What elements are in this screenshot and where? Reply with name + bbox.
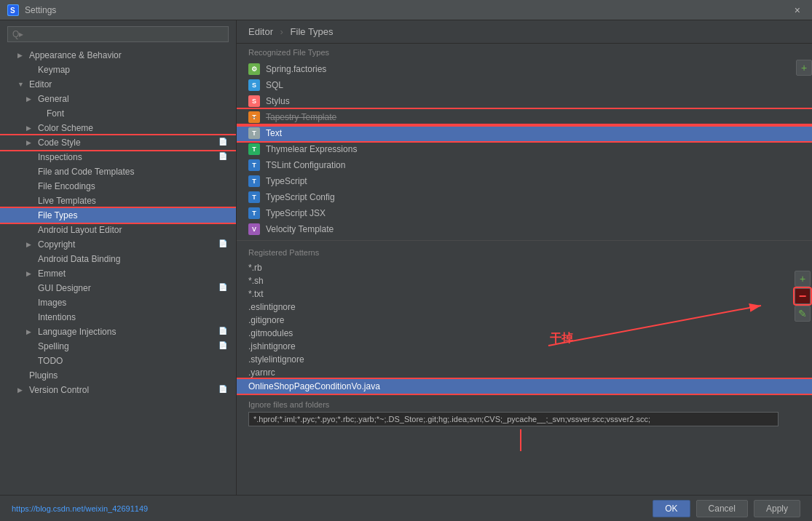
arrow-icon: ▼ bbox=[17, 81, 26, 88]
sidebar-item-lang-inject[interactable]: ▶ Language Injections 📄 bbox=[0, 325, 236, 339]
sidebar: ▶ Appearance & Behavior Keymap ▼ Editor … bbox=[0, 20, 237, 495]
ignore-label: Ignore files and folders bbox=[248, 400, 800, 409]
arrow-icon: ▶ bbox=[26, 270, 35, 277]
app-icon: S bbox=[7, 4, 19, 16]
bottom-link[interactable]: https://blog.csdn.net/weixin_42691149 bbox=[12, 504, 148, 513]
sidebar-item-label: Code Style bbox=[38, 138, 216, 148]
list-item[interactable]: T TypeScript JSX bbox=[237, 205, 812, 221]
ts-jsx-icon: T bbox=[248, 207, 260, 219]
list-item[interactable]: .yarnrc bbox=[237, 366, 812, 379]
sidebar-item-gui-designer[interactable]: GUI Designer 📄 bbox=[0, 281, 236, 295]
breadcrumb: Editor › File Types bbox=[237, 20, 812, 44]
ts-icon: T bbox=[248, 175, 260, 187]
sidebar-item-label: Images bbox=[38, 298, 229, 308]
list-item[interactable]: .eslintignore bbox=[237, 301, 812, 314]
list-item[interactable]: V Velocity Template bbox=[237, 221, 812, 237]
page-icon: 📄 bbox=[218, 239, 229, 250]
recognized-buttons: + bbox=[796, 60, 812, 76]
list-item[interactable]: ⚙ Spring.factories bbox=[237, 61, 812, 77]
edit-pattern-button[interactable]: ✎ bbox=[795, 306, 811, 322]
sidebar-item-label: Inspections bbox=[38, 152, 216, 162]
list-item[interactable]: T TypeScript Config bbox=[237, 189, 812, 205]
sidebar-item-spelling[interactable]: Spelling 📄 bbox=[0, 339, 236, 354]
arrow-icon: ▶ bbox=[26, 95, 35, 103]
list-item[interactable]: T Tapestry Template bbox=[237, 109, 812, 125]
sidebar-item-label: Editor bbox=[29, 79, 229, 90]
file-type-label: TypeScript JSX bbox=[266, 208, 326, 218]
search-input[interactable] bbox=[7, 26, 229, 42]
sidebar-item-live-templates[interactable]: Live Templates bbox=[0, 194, 236, 208]
bottom-bar: https://blog.csdn.net/weixin_42691149 OK… bbox=[0, 495, 812, 521]
list-item-text[interactable]: T Text bbox=[237, 125, 812, 141]
sidebar-item-label: Android Layout Editor bbox=[38, 225, 229, 235]
spring-icon: ⚙ bbox=[248, 63, 260, 75]
sidebar-item-color-scheme[interactable]: ▶ Color Scheme bbox=[0, 121, 236, 135]
thymeleaf-icon: T bbox=[248, 143, 260, 155]
page-icon: 📄 bbox=[218, 138, 229, 148]
ignore-input[interactable] bbox=[248, 412, 779, 426]
sidebar-item-label: Spelling bbox=[38, 341, 216, 351]
ok-button[interactable]: OK bbox=[653, 500, 690, 517]
sidebar-item-android-layout[interactable]: Android Layout Editor bbox=[0, 223, 236, 237]
list-item[interactable]: .stylelintignore bbox=[237, 353, 812, 366]
list-item[interactable]: *.txt bbox=[237, 287, 812, 301]
list-item[interactable]: .gitignore bbox=[237, 314, 812, 327]
sidebar-item-emmet[interactable]: ▶ Emmet bbox=[0, 266, 236, 281]
sidebar-item-file-encodings[interactable]: File Encodings bbox=[0, 179, 236, 194]
sidebar-item-label: Language Injections bbox=[38, 327, 216, 337]
file-type-label: Velocity Template bbox=[266, 224, 334, 234]
tslint-icon: T bbox=[248, 159, 260, 171]
add-filetype-button[interactable]: + bbox=[796, 60, 812, 76]
arrow-icon: ▶ bbox=[26, 139, 35, 146]
cancel-button[interactable]: Cancel bbox=[696, 500, 748, 517]
page-icon: 📄 bbox=[218, 152, 229, 162]
sidebar-item-file-types[interactable]: File Types bbox=[0, 208, 236, 223]
remove-pattern-button[interactable]: − bbox=[795, 288, 811, 304]
sidebar-item-intentions[interactable]: Intentions bbox=[0, 310, 236, 325]
sidebar-item-code-style[interactable]: ▶ Code Style 📄 bbox=[0, 135, 236, 150]
velocity-icon: V bbox=[248, 223, 260, 235]
file-type-list: ⚙ Spring.factories S SQL S Stylus T Tape… bbox=[237, 61, 812, 237]
sidebar-item-label: Plugins bbox=[29, 370, 229, 381]
sidebar-item-todo[interactable]: TODO bbox=[0, 354, 236, 368]
search-box bbox=[0, 20, 236, 48]
list-item[interactable]: S Stylus bbox=[237, 93, 812, 109]
tapestry-icon: T bbox=[248, 111, 260, 123]
sidebar-item-file-code-templates[interactable]: File and Code Templates bbox=[0, 164, 236, 179]
sidebar-item-general[interactable]: ▶ General bbox=[0, 92, 236, 106]
sidebar-item-inspections[interactable]: Inspections 📄 bbox=[0, 150, 236, 164]
sidebar-item-label: Color Scheme bbox=[38, 123, 229, 133]
list-item[interactable]: S SQL bbox=[237, 77, 812, 93]
add-pattern-button[interactable]: + bbox=[795, 271, 811, 287]
list-item[interactable]: T TypeScript bbox=[237, 173, 812, 189]
sidebar-item-editor[interactable]: ▼ Editor bbox=[0, 77, 236, 92]
sidebar-item-android-data[interactable]: Android Data Binding bbox=[0, 252, 236, 266]
list-item[interactable]: *.sh bbox=[237, 274, 812, 287]
arrow-icon: ▶ bbox=[26, 124, 35, 132]
sidebar-item-images[interactable]: Images bbox=[0, 295, 236, 310]
list-item[interactable]: .jshintignore bbox=[237, 340, 812, 353]
file-type-label: Text bbox=[266, 128, 282, 138]
sidebar-item-label: Android Data Binding bbox=[38, 254, 229, 264]
list-item[interactable]: T TSLint Configuration bbox=[237, 157, 812, 173]
sidebar-item-plugins[interactable]: Plugins bbox=[0, 368, 236, 383]
sidebar-item-label: Appearance & Behavior bbox=[29, 50, 229, 60]
list-item[interactable]: *.rb bbox=[237, 261, 812, 274]
file-type-label: TypeScript Config bbox=[266, 192, 335, 202]
list-item[interactable]: .gitmodules bbox=[237, 327, 812, 340]
apply-button[interactable]: Apply bbox=[754, 500, 800, 517]
pattern-filename: OnlineShopPageConditionVo.java bbox=[248, 381, 380, 391]
sidebar-item-copyright[interactable]: ▶ Copyright 📄 bbox=[0, 237, 236, 252]
list-item[interactable]: T Thymelear Expressions bbox=[237, 141, 812, 157]
sidebar-item-keymap[interactable]: Keymap bbox=[0, 63, 236, 77]
sidebar-item-appearance[interactable]: ▶ Appearance & Behavior bbox=[0, 48, 236, 63]
list-item-selected[interactable]: OnlineShopPageConditionVo.java bbox=[237, 379, 812, 394]
page-icon: 📄 bbox=[218, 341, 229, 351]
file-type-label: TSLint Configuration bbox=[266, 160, 345, 170]
sidebar-item-version-control[interactable]: ▶ Version Control 📄 bbox=[0, 383, 236, 397]
close-button[interactable]: × bbox=[790, 3, 805, 17]
sidebar-item-font[interactable]: Font bbox=[0, 106, 236, 121]
file-type-label: SQL bbox=[266, 80, 283, 90]
content-body: Recognized File Types + ⚙ Spring.factori… bbox=[237, 44, 812, 495]
arrow-icon: ▶ bbox=[17, 52, 26, 59]
